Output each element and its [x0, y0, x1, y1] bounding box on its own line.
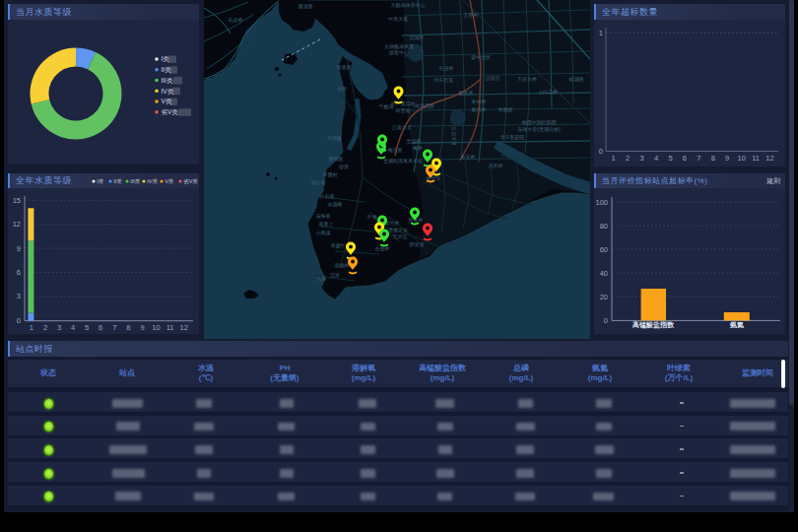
svg-text:羊腿村: 羊腿村 [323, 171, 338, 178]
svg-text:小白花桥: 小白花桥 [538, 89, 558, 96]
svg-text:叶春: 叶春 [367, 214, 377, 220]
svg-text:7: 7 [697, 154, 700, 163]
svg-text:3: 3 [17, 292, 21, 300]
svg-text:华庄影剧院: 华庄影剧院 [500, 134, 525, 141]
svg-text:6: 6 [17, 268, 21, 277]
svg-text:IV类: IV类 [147, 178, 158, 184]
svg-text:5: 5 [85, 323, 89, 332]
svg-text:1: 1 [612, 154, 616, 163]
svg-text:梁中北区: 梁中北区 [471, 54, 491, 61]
svg-text:大河塘: 大河塘 [327, 135, 342, 142]
svg-text:8: 8 [711, 154, 715, 163]
svg-text:0: 0 [17, 316, 21, 325]
svg-text:4: 4 [71, 323, 75, 332]
svg-text:江南大学: 江南大学 [392, 124, 412, 131]
svg-text:高浪西路: 高浪西路 [415, 102, 434, 109]
svg-text:11: 11 [752, 154, 760, 163]
svg-text:15: 15 [13, 196, 21, 205]
svg-text:100: 100 [595, 198, 608, 207]
svg-text:1: 1 [30, 323, 33, 332]
svg-text:游客中心: 游客中心 [388, 49, 409, 56]
svg-text:青祁桥: 青祁桥 [472, 99, 487, 104]
svg-text:科普馆: 科普馆 [396, 107, 411, 114]
svg-text:I类: I类 [97, 178, 104, 184]
svg-text:3: 3 [640, 154, 644, 163]
svg-text:天鹅湖体育中心: 天鹅湖体育中心 [391, 2, 426, 9]
svg-text:天安大桥: 天安大桥 [517, 76, 537, 82]
svg-text:10: 10 [738, 154, 746, 163]
svg-text:40: 40 [600, 269, 608, 278]
svg-text:V类: V类 [162, 98, 172, 104]
svg-text:重鸣里: 重鸣里 [329, 156, 344, 162]
svg-text:运南街: 运南街 [486, 75, 500, 82]
svg-text:汤公馆: 汤公馆 [311, 179, 326, 186]
svg-text:石皮桥: 石皮桥 [229, 17, 243, 24]
svg-text:V类: V类 [165, 178, 174, 184]
svg-text:吴都路: 吴都路 [499, 106, 513, 113]
svg-text:12: 12 [765, 154, 773, 163]
svg-text:12: 12 [13, 220, 21, 229]
svg-text:10: 10 [152, 323, 160, 332]
svg-text:I类: I类 [162, 55, 170, 62]
svg-text:II类: II类 [113, 178, 122, 184]
svg-text:5: 5 [668, 154, 672, 163]
svg-text:南杨桥: 南杨桥 [335, 262, 350, 269]
svg-text:立信大道: 立信大道 [450, 126, 457, 146]
svg-text:7: 7 [112, 323, 116, 332]
svg-text:梅桥: 梅桥 [413, 145, 423, 152]
svg-text:0: 0 [604, 316, 608, 325]
svg-text:2: 2 [626, 154, 630, 163]
svg-text:艺术宫: 艺术宫 [393, 233, 408, 239]
svg-text:6: 6 [99, 323, 102, 332]
svg-text:五星村: 五星村 [464, 12, 479, 19]
svg-text:9: 9 [17, 244, 21, 253]
svg-text:机场路: 机场路 [569, 76, 584, 83]
svg-text:9: 9 [725, 154, 729, 163]
svg-text:无锡程清真美术馆: 无锡程清真美术馆 [383, 158, 423, 165]
svg-text:薛家里: 薛家里 [410, 241, 425, 247]
svg-text:兴区桥: 兴区桥 [489, 163, 503, 168]
svg-text:东海大学(无锡分校): 东海大学(无锡分校) [517, 126, 561, 133]
svg-text:高锰酸盐指数: 高锰酸盐指数 [632, 320, 675, 329]
svg-text:南泰上: 南泰上 [319, 221, 334, 227]
svg-text:小商浦: 小商浦 [316, 230, 331, 236]
svg-text:梅湾里: 梅湾里 [388, 147, 403, 154]
svg-text:20: 20 [600, 293, 608, 301]
svg-text:0: 0 [599, 147, 603, 156]
svg-text:2: 2 [43, 323, 47, 332]
svg-text:III类: III类 [130, 178, 141, 184]
svg-text:II类: II类 [162, 66, 172, 73]
svg-text:长广溪湿地: 长广溪湿地 [391, 100, 416, 107]
svg-text:寿安桥: 寿安桥 [461, 154, 476, 160]
svg-text:郁家美: 郁家美 [459, 90, 474, 97]
svg-text:潘渎路: 潘渎路 [299, 3, 313, 10]
svg-text:氨氮: 氨氮 [729, 321, 744, 329]
svg-text:东绛里: 东绛里 [316, 213, 331, 219]
svg-text:60: 60 [600, 245, 608, 254]
svg-text:1: 1 [599, 29, 603, 37]
svg-text:9: 9 [140, 323, 144, 332]
svg-text:高荡略: 高荡略 [328, 201, 343, 208]
svg-text:11: 11 [166, 323, 174, 332]
svg-text:III类: III类 [162, 77, 173, 84]
svg-text:九浦: 九浦 [316, 275, 326, 282]
svg-text:80: 80 [600, 222, 608, 231]
svg-text:书亲: 书亲 [337, 86, 347, 92]
svg-text:长连桥: 长连桥 [439, 65, 454, 71]
svg-text:渔港里: 渔港里 [337, 64, 352, 71]
svg-text:华庄街道: 华庄街道 [433, 77, 453, 84]
svg-text:北渎桥: 北渎桥 [407, 138, 422, 145]
svg-text:劣V类: 劣V类 [162, 108, 179, 116]
svg-text:12: 12 [180, 323, 188, 332]
svg-text:惠风桥: 惠风桥 [471, 106, 487, 112]
svg-text:劣V类: 劣V类 [183, 178, 198, 185]
svg-text:IV类: IV类 [162, 88, 174, 95]
svg-text:8: 8 [126, 323, 130, 332]
svg-text:6: 6 [683, 154, 687, 163]
svg-text:滨湖区: 滨湖区 [410, 34, 425, 41]
svg-text:梅园中国杜鹃园: 梅园中国杜鹃园 [522, 119, 557, 126]
svg-text:4: 4 [654, 154, 658, 163]
svg-text:吴淞文化: 吴淞文化 [388, 227, 408, 233]
svg-text:容亲: 容亲 [339, 164, 349, 169]
svg-text:白石里: 白石里 [320, 193, 335, 200]
